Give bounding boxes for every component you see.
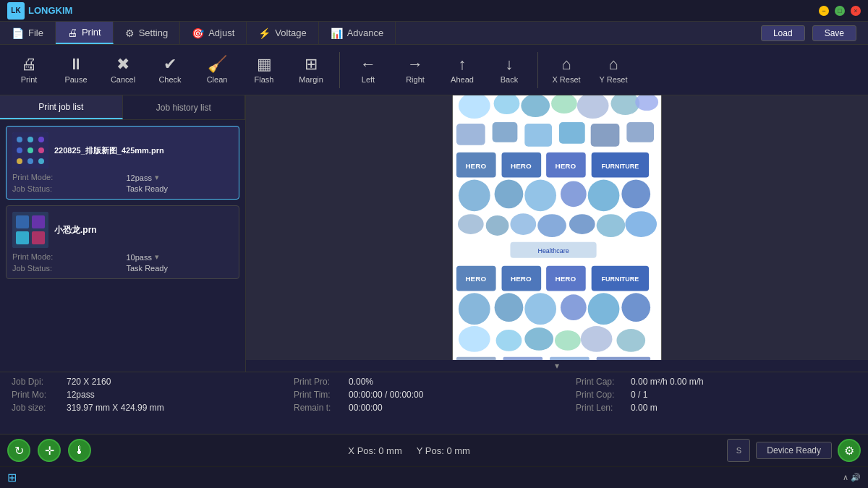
xreset-icon: ⌂ [561,56,571,72]
cancel-label: Cancel [111,75,135,84]
menu-label-adjust: Adjust [208,27,234,38]
device-indicator: S [727,439,750,462]
svg-point-45 [510,213,536,235]
right-button[interactable]: → Right [393,48,437,92]
clean-icon: 🧹 [208,56,227,72]
svg-point-47 [569,214,595,234]
scroll-down-icon: ▾ [555,361,559,371]
device-ready-button[interactable]: Device Ready [756,442,832,459]
cancel-button[interactable]: ✖ Cancel [101,48,145,92]
maximize-button[interactable]: □ [835,6,845,16]
svg-point-64 [588,293,620,325]
svg-point-7 [17,158,22,164]
job-item-1[interactable]: 220825_排版新图_425mm.prn Print Mode: 12pass… [6,126,239,200]
svg-point-46 [537,214,566,237]
taskbar-right: ∧ 🔊 [843,473,861,482]
svg-rect-26 [559,122,585,144]
advance-icon: 📊 [331,27,343,39]
svg-point-65 [621,293,650,322]
right-icon: → [407,56,423,72]
menu-item-advance[interactable]: 📊 Advance [319,22,396,44]
check-button[interactable]: ✔ Check [148,48,192,92]
refresh-button[interactable]: ↻ [7,439,30,462]
status-remain-label: Remain t: [294,403,344,413]
status-time-row: Print Tim: 00:00:00 / 00:00:00 [294,390,574,400]
settings-gear-button[interactable]: ⚙ [838,439,861,462]
status-len-label: Print Len: [576,403,626,413]
xreset-button[interactable]: ⌂ X Reset [545,48,588,92]
job-2-mode-dropdown-icon[interactable]: ▾ [155,252,159,262]
svg-rect-23 [456,124,485,145]
back-icon: ↓ [506,56,514,72]
svg-text:HERO: HERO [556,162,576,170]
svg-point-1 [17,137,22,142]
menu-label-file: File [28,27,43,38]
back-button[interactable]: ↓ Back [488,48,531,92]
main-area: Print job list Job history list [0,95,868,372]
app-logo: LK LONGKIM [7,2,72,20]
margin-button[interactable]: ⊞ Margin [289,48,333,92]
ahead-button[interactable]: ↑ Ahead [441,48,484,92]
status-jobsize-value: 319.97 mm X 424.99 mm [67,403,164,413]
status-remain-value: 00:00:00 [349,403,383,413]
menu-item-setting[interactable]: ⚙ Setting [114,22,180,44]
temperature-button[interactable]: 🌡 [68,439,91,462]
preview-area[interactable]: HERO HERO HERO FURNITURE [246,95,868,360]
svg-point-49 [625,211,657,237]
job-1-mode-dropdown-icon[interactable]: ▾ [155,173,159,182]
status-dpi-value: 720 X 2160 [67,377,111,387]
svg-point-48 [597,214,626,237]
svg-rect-24 [493,122,518,142]
job-1-header: 220825_排版新图_425mm.prn [12,132,233,168]
status-col-2: Print Pro: 0.00% Print Tim: 00:00:00 / 0… [294,377,574,429]
menu-item-adjust[interactable]: 🎯 Adjust [180,22,247,44]
status-copies-value: 0 / 1 [631,390,647,400]
yreset-icon: ⌂ [608,56,618,72]
job-2-mode-value: 10pass ▾ [127,252,234,262]
pause-button[interactable]: ⏸ Pause [54,48,98,92]
scroll-indicator[interactable]: ▾ [246,360,868,372]
job-item-2[interactable]: 小恐龙.prn Print Mode: 10pass ▾ Job Status:… [6,205,239,279]
left-button[interactable]: ← Left [346,48,390,92]
menu-item-print[interactable]: 🖨 Print [56,22,114,44]
status-mode-row: Print Mo: 12pass [12,390,292,400]
load-button[interactable]: Load [761,25,805,41]
position-button[interactable]: ✛ [38,439,61,462]
print-label: Print [21,75,38,84]
center-panel: HERO HERO HERO FURNITURE [246,95,868,372]
svg-point-2 [27,137,33,142]
print-button[interactable]: 🖨 Print [7,48,51,92]
pause-icon: ⏸ [68,56,84,72]
svg-point-68 [524,328,553,351]
job-2-status-value: Task Ready [127,264,234,273]
menu-label-print: Print [82,27,101,38]
job-2-mode-label: Print Mode: [12,252,119,262]
save-button[interactable]: Save [812,25,856,41]
windows-start-button[interactable]: ⊞ [7,471,17,484]
flash-button[interactable]: ▦ Flash [242,48,286,92]
clean-button[interactable]: 🧹 Clean [195,48,239,92]
menu-item-file[interactable]: 📄 File [0,22,56,44]
title-bar-controls: − □ × [819,6,861,16]
job-2-header: 小恐龙.prn [12,212,233,248]
menu-item-voltage[interactable]: ⚡ Voltage [247,22,318,44]
yreset-label: Y Reset [600,75,628,84]
tab-print-job-list[interactable]: Print job list [0,95,123,119]
left-panel: Print job list Job history list [0,95,246,372]
x-pos-value: 0 mm [378,445,402,456]
taskbar: ⊞ ∧ 🔊 [0,466,868,488]
check-label: Check [158,75,181,84]
svg-text:HERO: HERO [556,275,576,283]
tab-job-history-list[interactable]: Job history list [123,95,246,119]
close-button[interactable]: × [851,6,861,16]
sys-tray: ∧ 🔊 [843,473,861,482]
svg-point-3 [38,137,44,142]
minimize-button[interactable]: − [819,6,829,16]
svg-point-8 [27,158,33,164]
bottom-bar: ↻ ✛ 🌡 X Pos: 0 mm Y Pos: 0 mm S Device R… [0,434,868,466]
menu-bar: 📄 File 🖨 Print ⚙ Setting 🎯 Adjust ⚡ Volt… [0,22,868,45]
job-1-details: Print Mode: 12pass ▾ Job Status: Task Re… [12,173,233,193]
back-label: Back [501,75,518,84]
yreset-button[interactable]: ⌂ Y Reset [592,48,635,92]
svg-point-42 [621,179,650,208]
